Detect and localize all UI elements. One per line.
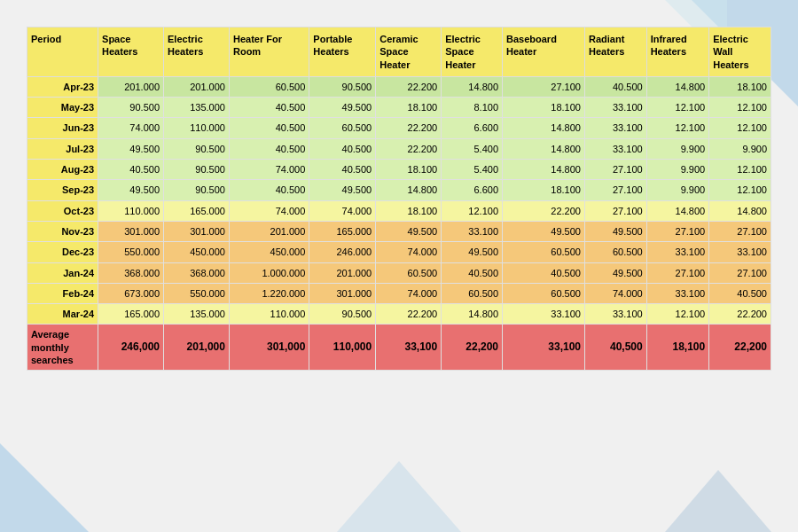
average-label: Averagemonthlysearches bbox=[27, 325, 98, 371]
table-row: May-2390.500135.00040.50049.50018.1008.1… bbox=[27, 98, 771, 118]
data-cell: 90.500 bbox=[164, 138, 230, 159]
data-cell: 5.400 bbox=[442, 138, 503, 159]
data-cell: 450.000 bbox=[229, 242, 309, 262]
period-cell: Jun-23 bbox=[27, 118, 98, 138]
data-cell: 74.000 bbox=[376, 283, 442, 303]
data-cell: 135.000 bbox=[164, 304, 230, 325]
table-row: Jun-2374.000110.00040.50060.50022.2006.6… bbox=[27, 118, 771, 138]
period-cell: Oct-23 bbox=[27, 200, 98, 221]
column-header-10: ElectricWallHeaters bbox=[709, 27, 771, 77]
data-cell: 14.800 bbox=[376, 180, 442, 200]
data-cell: 301.000 bbox=[98, 221, 164, 241]
data-cell: 14.800 bbox=[503, 160, 585, 180]
data-cell: 165.000 bbox=[164, 200, 230, 221]
data-cell: 1.000.000 bbox=[229, 262, 309, 283]
data-cell: 22.200 bbox=[376, 138, 442, 159]
data-cell: 60.500 bbox=[376, 262, 442, 283]
data-cell: 9.900 bbox=[646, 160, 709, 180]
decorative-triangle-bottom-right bbox=[665, 470, 771, 532]
table-row: Jan-24368.000368.0001.000.000201.00060.5… bbox=[27, 262, 771, 283]
column-header-5: CeramicSpaceHeater bbox=[376, 27, 442, 77]
data-cell: 550.000 bbox=[164, 283, 230, 303]
table-row: Feb-24673.000550.0001.220.000301.00074.0… bbox=[27, 283, 771, 303]
data-cell: 18.100 bbox=[376, 98, 442, 118]
data-cell: 33.100 bbox=[646, 283, 709, 303]
data-cell: 246.000 bbox=[309, 242, 376, 262]
table-row: Nov-23301.000301.000201.000165.00049.500… bbox=[27, 221, 771, 241]
data-cell: 40.500 bbox=[229, 180, 309, 200]
table-row: Dec-23550.000450.000450.000246.00074.000… bbox=[27, 242, 771, 262]
data-cell: 60.500 bbox=[503, 283, 585, 303]
data-cell: 74.000 bbox=[376, 242, 442, 262]
data-cell: 90.500 bbox=[309, 304, 376, 325]
data-cell: 201.000 bbox=[309, 262, 376, 283]
data-cell: 14.800 bbox=[646, 200, 709, 221]
table-row: Aug-2340.50090.50074.00040.50018.1005.40… bbox=[27, 160, 771, 180]
data-cell: 201.000 bbox=[164, 76, 230, 97]
data-cell: 14.800 bbox=[503, 138, 585, 159]
data-cell: 1.220.000 bbox=[229, 283, 309, 303]
data-cell: 12.100 bbox=[646, 98, 709, 118]
data-cell: 49.500 bbox=[309, 180, 376, 200]
data-cell: 368.000 bbox=[164, 262, 230, 283]
data-table: PeriodSpaceHeatersElectricHeatersHeater … bbox=[27, 27, 771, 371]
data-cell: 49.500 bbox=[584, 221, 646, 241]
data-cell: 18.100 bbox=[503, 180, 585, 200]
data-cell: 74.000 bbox=[584, 283, 646, 303]
table-row: Oct-23110.000165.00074.00074.00018.10012… bbox=[27, 200, 771, 221]
period-cell: Feb-24 bbox=[27, 283, 98, 303]
data-cell: 27.100 bbox=[503, 76, 585, 97]
data-cell: 40.500 bbox=[309, 138, 376, 159]
data-cell: 40.500 bbox=[309, 160, 376, 180]
data-cell: 22.200 bbox=[503, 200, 585, 221]
header-row: PeriodSpaceHeatersElectricHeatersHeater … bbox=[27, 27, 771, 77]
data-cell: 135.000 bbox=[164, 98, 230, 118]
column-header-7: BaseboardHeater bbox=[503, 27, 585, 77]
table-row: Mar-24165.000135.000110.00090.50022.2001… bbox=[27, 304, 771, 325]
data-cell: 110.000 bbox=[164, 118, 230, 138]
data-cell: 18.100 bbox=[503, 98, 585, 118]
data-cell: 40.500 bbox=[709, 283, 771, 303]
average-value-cell: 110,000 bbox=[309, 325, 376, 371]
data-cell: 33.100 bbox=[709, 242, 771, 262]
data-cell: 33.100 bbox=[646, 242, 709, 262]
data-cell: 49.500 bbox=[584, 262, 646, 283]
data-cell: 90.500 bbox=[164, 180, 230, 200]
average-value-cell: 33,100 bbox=[503, 325, 585, 371]
data-cell: 14.800 bbox=[646, 76, 709, 97]
data-cell: 40.500 bbox=[229, 138, 309, 159]
data-cell: 110.000 bbox=[98, 200, 164, 221]
data-cell: 27.100 bbox=[584, 180, 646, 200]
data-cell: 60.500 bbox=[584, 242, 646, 262]
average-value-cell: 40,500 bbox=[584, 325, 646, 371]
column-header-2: ElectricHeaters bbox=[164, 27, 230, 77]
data-cell: 90.500 bbox=[164, 160, 230, 180]
data-cell: 18.100 bbox=[376, 160, 442, 180]
data-cell: 27.100 bbox=[584, 200, 646, 221]
column-header-6: ElectricSpaceHeater bbox=[442, 27, 503, 77]
data-cell: 12.100 bbox=[709, 118, 771, 138]
data-cell: 22.200 bbox=[709, 304, 771, 325]
data-cell: 201.000 bbox=[98, 76, 164, 97]
period-cell: Mar-24 bbox=[27, 304, 98, 325]
data-cell: 27.100 bbox=[646, 262, 709, 283]
data-cell: 165.000 bbox=[98, 304, 164, 325]
data-cell: 74.000 bbox=[98, 118, 164, 138]
table-row: Sep-2349.50090.50040.50049.50014.8006.60… bbox=[27, 180, 771, 200]
data-cell: 49.500 bbox=[98, 138, 164, 159]
data-cell: 49.500 bbox=[376, 221, 442, 241]
data-cell: 40.500 bbox=[229, 118, 309, 138]
average-value-cell: 33,100 bbox=[376, 325, 442, 371]
data-cell: 33.100 bbox=[442, 221, 503, 241]
period-cell: Jul-23 bbox=[27, 138, 98, 159]
period-cell: Jan-24 bbox=[27, 262, 98, 283]
column-header-1: SpaceHeaters bbox=[98, 27, 164, 77]
period-header: Period bbox=[27, 27, 98, 77]
data-cell: 90.500 bbox=[98, 98, 164, 118]
average-value-cell: 22,200 bbox=[709, 325, 771, 371]
table-row: Apr-23201.000201.00060.50090.50022.20014… bbox=[27, 76, 771, 97]
data-cell: 201.000 bbox=[229, 221, 309, 241]
data-cell: 60.500 bbox=[442, 283, 503, 303]
data-cell: 673.000 bbox=[98, 283, 164, 303]
average-value-cell: 246,000 bbox=[98, 325, 164, 371]
